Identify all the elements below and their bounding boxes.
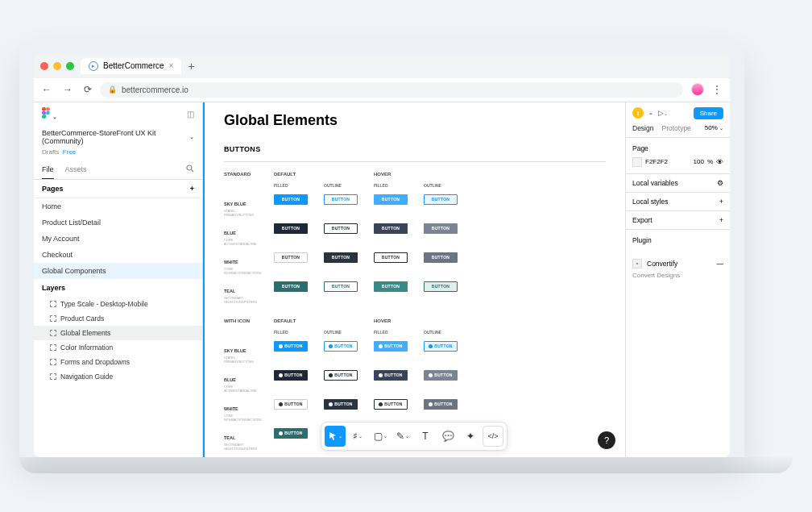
comment-tool[interactable]: 💬	[437, 426, 458, 447]
present-button[interactable]: ▷⌄	[658, 109, 668, 117]
row-label: WHITE	[224, 260, 238, 264]
move-tool[interactable]: ⌄	[325, 426, 346, 447]
file-chevron-icon[interactable]: ⌄	[189, 134, 194, 140]
row-label: BLUE	[224, 231, 236, 235]
button-sample: BUTTON	[374, 252, 408, 263]
page-item[interactable]: Home	[34, 198, 202, 214]
profile-avatar[interactable]	[691, 83, 704, 96]
frame-tool[interactable]: ♯⌄	[347, 426, 368, 447]
layer-item[interactable]: Product Cards	[34, 311, 202, 326]
button-sample: BUTTON	[424, 341, 458, 352]
button-sample: BUTTON	[274, 194, 308, 205]
button-sample: BUTTON	[324, 281, 358, 292]
minimize-window-icon[interactable]	[53, 62, 61, 70]
col-header: HOVER	[374, 172, 414, 177]
pen-tool[interactable]: ✎⌄	[392, 426, 413, 447]
sub-header: OUTLINE	[324, 183, 364, 188]
button-sample: BUTTON	[374, 341, 408, 352]
svg-point-4	[187, 165, 192, 170]
tab-assets[interactable]: Assets	[65, 160, 87, 178]
user-avatar[interactable]: I	[632, 107, 644, 119]
help-button[interactable]: ?	[598, 431, 615, 449]
close-window-icon[interactable]	[40, 62, 48, 70]
team-name[interactable]: Drafts	[42, 148, 59, 156]
maximize-window-icon[interactable]	[66, 62, 74, 70]
design-toolbar: ⌄ ♯⌄ ▢⌄ ✎⌄ T 💬 ✦ </>	[321, 422, 508, 451]
add-icon[interactable]: +	[719, 198, 723, 206]
frame-icon	[50, 301, 56, 307]
button-sample: BUTTON	[274, 252, 308, 263]
layer-item[interactable]: Forms and Dropdowns	[34, 355, 202, 369]
col-header: WITH ICON	[224, 318, 264, 323]
opacity-unit: %	[707, 158, 713, 165]
sub-header: OUTLINE	[424, 183, 464, 188]
row-label: TEAL	[224, 289, 235, 293]
button-sample: BUTTON	[424, 281, 458, 292]
local-variables-row[interactable]: Local variables ⚙	[626, 174, 730, 193]
user-chevron-icon[interactable]: ⌄	[648, 110, 653, 116]
layer-item[interactable]: Color Information	[34, 340, 202, 355]
tab-design[interactable]: Design	[632, 124, 653, 132]
search-icon[interactable]	[186, 164, 194, 174]
panel-toggle-icon[interactable]: ◫	[187, 110, 194, 119]
page-item-selected[interactable]: Global Components	[34, 263, 202, 279]
frame-icon	[50, 315, 56, 322]
shape-tool[interactable]: ▢⌄	[370, 426, 391, 447]
actions-tool[interactable]: ✦	[460, 426, 481, 447]
tab-file[interactable]: File	[42, 160, 54, 179]
page-item[interactable]: My Account	[34, 231, 202, 247]
frame-icon	[50, 359, 56, 365]
button-sample: BUTTON	[274, 428, 308, 439]
browser-tab[interactable]: ▸ BetterCommerce ×	[81, 58, 181, 74]
text-tool[interactable]: T	[415, 426, 436, 447]
layer-item-selected[interactable]: Global Elements	[34, 326, 202, 340]
share-button[interactable]: Share	[694, 107, 723, 119]
forward-button[interactable]: →	[63, 84, 72, 95]
button-sample: BUTTON	[374, 370, 408, 381]
laptop-frame: ▸ BetterCommerce × + ← → ⟳ 🔒 bettercomme…	[19, 40, 744, 457]
plugin-header: Plugin	[632, 236, 723, 244]
add-icon[interactable]: +	[719, 216, 723, 224]
layer-item[interactable]: Type Scale - Desktop-Mobile	[34, 297, 202, 311]
plugin-item[interactable]: ▫ Convertify —	[626, 256, 730, 272]
buttons-grid-standard: STANDARD DEFAULT HOVER FILLED OUTLINE FI…	[224, 172, 606, 304]
file-name[interactable]: BetterCommerce-StoreFront UX Kit (Commun…	[42, 129, 189, 145]
local-styles-row[interactable]: Local styles +	[626, 193, 730, 211]
close-tab-icon[interactable]: ×	[169, 61, 174, 70]
browser-menu-icon[interactable]: ⋮	[712, 84, 722, 95]
page-item[interactable]: Product List/Detail	[34, 214, 202, 231]
svg-line-5	[192, 170, 194, 173]
button-sample: BUTTON	[324, 341, 358, 352]
gear-icon	[329, 344, 333, 348]
divider	[224, 161, 606, 162]
visibility-icon[interactable]: 👁	[716, 158, 723, 166]
button-sample: BUTTON	[274, 399, 308, 410]
page-section-label: Page	[632, 144, 723, 152]
tab-prototype[interactable]: Prototype	[661, 124, 690, 132]
button-sample: BUTTON	[324, 194, 358, 205]
canvas-area[interactable]: Global Elements BUTTONS STANDARD DEFAULT…	[203, 102, 625, 457]
row-label: SKY BLUE	[224, 202, 246, 206]
collapse-icon[interactable]: —	[717, 260, 724, 268]
svg-rect-1	[46, 107, 50, 111]
color-value[interactable]: F2F2F2	[645, 158, 668, 165]
figma-menu-button[interactable]: ⌄	[42, 107, 57, 121]
col-header: STANDARD	[224, 172, 264, 177]
color-swatch[interactable]	[632, 157, 642, 167]
button-sample: BUTTON	[424, 194, 458, 205]
settings-icon[interactable]: ⚙	[717, 179, 723, 187]
opacity-value[interactable]: 100	[694, 158, 704, 165]
dev-mode-tool[interactable]: </>	[483, 426, 503, 447]
add-page-button[interactable]: +	[190, 185, 194, 193]
layer-item[interactable]: Navigation Guide	[34, 369, 202, 384]
window-controls	[40, 62, 74, 70]
button-sample: BUTTON	[374, 399, 408, 410]
back-button[interactable]: ←	[42, 84, 52, 95]
export-row[interactable]: Export +	[626, 211, 730, 230]
url-input[interactable]: 🔒 bettercommerce.io	[100, 82, 683, 98]
new-tab-button[interactable]: +	[188, 60, 194, 73]
svg-rect-2	[42, 110, 46, 114]
page-item[interactable]: Checkout	[34, 247, 202, 263]
reload-button[interactable]: ⟳	[84, 84, 92, 95]
zoom-select[interactable]: 50% ⌄	[705, 124, 723, 131]
